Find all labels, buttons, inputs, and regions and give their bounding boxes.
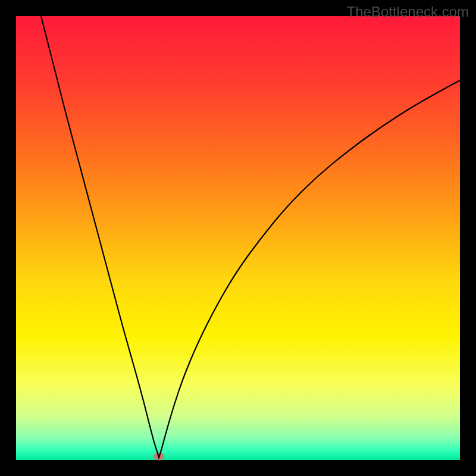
curve-plot (16, 16, 460, 460)
chart-container (16, 16, 460, 460)
watermark-text: TheBottleneck.com (347, 4, 469, 20)
